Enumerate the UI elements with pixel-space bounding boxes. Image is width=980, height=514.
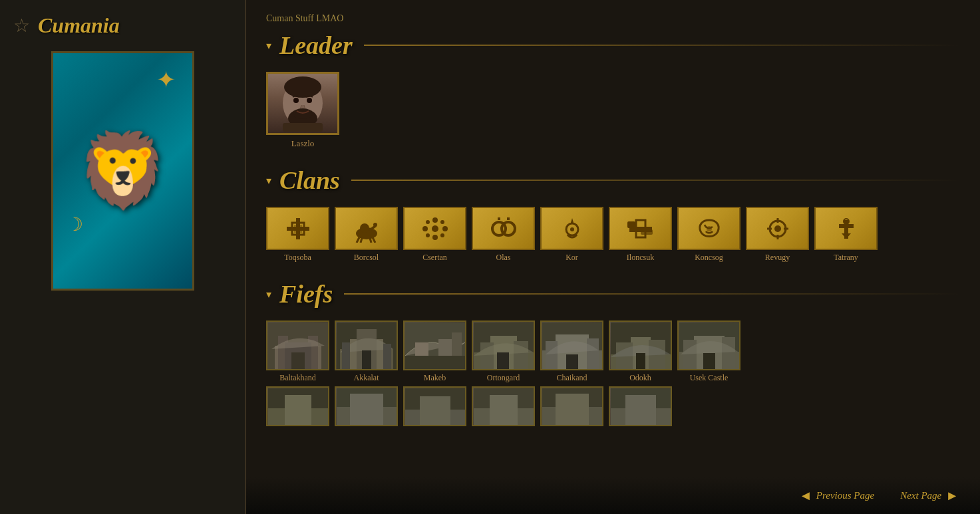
svg-rect-78 xyxy=(636,353,645,369)
leader-section: ▾ Leader xyxy=(266,31,960,149)
svg-rect-90 xyxy=(350,394,383,425)
faction-name: Cumania xyxy=(38,13,120,38)
next-page-button[interactable]: Next Page ► xyxy=(892,483,967,509)
svg-rect-71 xyxy=(587,338,599,369)
leader-portrait[interactable]: Laszlo xyxy=(266,72,339,149)
clan-name-csertan: Csertan xyxy=(422,253,447,263)
svg-rect-83 xyxy=(722,337,735,369)
partial-fief-1 xyxy=(266,386,329,426)
clan-icon-koncsog[interactable] xyxy=(677,207,740,250)
svg-point-28 xyxy=(570,227,574,231)
list-item: Kor xyxy=(540,207,603,263)
svg-rect-70 xyxy=(546,341,558,369)
leader-portrait-image xyxy=(268,74,337,133)
list-item: Iloncsuk xyxy=(609,207,672,263)
fief-name-chaikand: Chaikand xyxy=(557,373,587,383)
svg-rect-102 xyxy=(625,395,656,425)
clan-name-borcsol: Borcsol xyxy=(354,253,379,263)
svg-point-33 xyxy=(707,226,712,231)
clan-icon-csertan[interactable] xyxy=(403,207,466,250)
svg-rect-87 xyxy=(285,395,311,425)
svg-point-35 xyxy=(774,225,781,232)
clans-collapse-arrow[interactable]: ▾ xyxy=(266,174,271,187)
clan-name-tatrany: Tatrany xyxy=(834,253,858,263)
clans-section: ▾ Clans Toqsoba xyxy=(266,166,960,263)
leader-section-title: Leader xyxy=(279,31,353,60)
banner-moon-icon: ☽ xyxy=(67,213,83,235)
svg-point-20 xyxy=(440,220,444,224)
next-page-label: Next Page xyxy=(900,490,941,501)
faction-banner: ✦ 🦁 ☽ xyxy=(51,51,194,291)
leader-collapse-arrow[interactable]: ▾ xyxy=(266,39,271,52)
fief-icon-baltakhand[interactable] xyxy=(266,321,329,370)
fief-icon-chaikand[interactable] xyxy=(540,321,603,370)
clan-icon-toqsoba[interactable] xyxy=(266,207,329,250)
list-item: Csertan xyxy=(403,207,466,263)
fief-icon-usek-castle[interactable] xyxy=(677,321,740,370)
clan-icon-tatrany[interactable] xyxy=(814,207,878,250)
svg-point-18 xyxy=(432,235,438,240)
svg-point-1 xyxy=(284,76,321,98)
fief-icon-makeb[interactable] xyxy=(403,321,466,370)
fiefs-section-title: Fiefs xyxy=(279,279,333,309)
svg-rect-55 xyxy=(383,344,391,369)
list-item: Borcsol xyxy=(335,207,398,263)
main-content: Cuman Stuff LMAO ▾ Leader xyxy=(246,0,980,514)
clans-section-header: ▾ Clans xyxy=(266,166,960,195)
clan-icon-kor[interactable] xyxy=(540,207,603,250)
partial-fief-6 xyxy=(609,386,672,426)
svg-point-15 xyxy=(422,226,428,231)
favorite-star-icon[interactable]: ☆ xyxy=(13,15,30,37)
list-item: Baltakhand xyxy=(266,321,329,383)
page-subtitle: Cuman Stuff LMAO xyxy=(266,13,960,24)
list-item: Koncsog xyxy=(677,207,740,263)
next-arrow-icon: ► xyxy=(945,488,959,503)
clan-icon-revugy[interactable] xyxy=(746,207,809,250)
list-item: Olas xyxy=(472,207,535,263)
list-item: Tatrany xyxy=(814,207,878,263)
clan-icon-borcsol[interactable] xyxy=(335,207,398,250)
clans-section-title: Clans xyxy=(279,166,340,195)
svg-point-16 xyxy=(442,226,448,231)
svg-rect-82 xyxy=(683,340,697,369)
list-item: Toqsoba xyxy=(266,207,329,263)
fief-grid: Baltakhand Akkalat xyxy=(266,321,960,383)
clans-section-line xyxy=(351,180,960,181)
fief-icon-ortongard[interactable] xyxy=(472,321,535,370)
clan-icon-olas[interactable] xyxy=(472,207,535,250)
fiefs-section: ▾ Fiefs Baltakhand xyxy=(266,279,960,426)
clan-icon-iloncsuk[interactable] xyxy=(609,207,672,250)
fief-icon-akkalat[interactable] xyxy=(335,321,398,370)
svg-rect-31 xyxy=(627,221,635,228)
clan-grid: Toqsoba Borcsol xyxy=(266,207,960,263)
svg-rect-60 xyxy=(405,356,465,369)
list-item: Makeb xyxy=(403,321,466,383)
svg-point-17 xyxy=(432,217,438,223)
fief-name-akkalat: Akkalat xyxy=(354,373,379,383)
partial-fief-2 xyxy=(335,386,398,426)
list-item: Revugy xyxy=(746,207,809,263)
left-panel: ☆ Cumania ✦ 🦁 ☽ xyxy=(0,0,246,514)
list-item: Usek Castle xyxy=(677,321,740,383)
partial-fief-4 xyxy=(472,386,535,426)
fief-name-baltakhand: Baltakhand xyxy=(279,373,316,383)
svg-rect-93 xyxy=(420,396,450,425)
svg-rect-99 xyxy=(556,394,589,425)
previous-page-button[interactable]: ◄ Previous Page xyxy=(791,483,882,509)
svg-point-19 xyxy=(426,220,430,224)
svg-rect-48 xyxy=(291,352,305,369)
list-item: Chaikand xyxy=(540,321,603,383)
fiefs-section-line xyxy=(344,293,960,295)
svg-point-3 xyxy=(307,98,312,103)
previous-page-label: Previous Page xyxy=(816,490,874,501)
clan-name-toqsoba: Toqsoba xyxy=(284,253,311,263)
fiefs-collapse-arrow[interactable]: ▾ xyxy=(266,288,271,301)
svg-point-21 xyxy=(426,233,430,237)
fief-name-usek-castle: Usek Castle xyxy=(690,373,729,383)
fief-icon-odokh[interactable] xyxy=(609,321,672,370)
bottom-navigation: ◄ Previous Page Next Page ► xyxy=(246,477,980,514)
svg-rect-66 xyxy=(497,352,509,369)
clan-name-kor: Kor xyxy=(566,253,578,263)
clan-name-iloncsuk: Iloncsuk xyxy=(627,253,654,263)
clan-name-olas: Olas xyxy=(496,253,511,263)
